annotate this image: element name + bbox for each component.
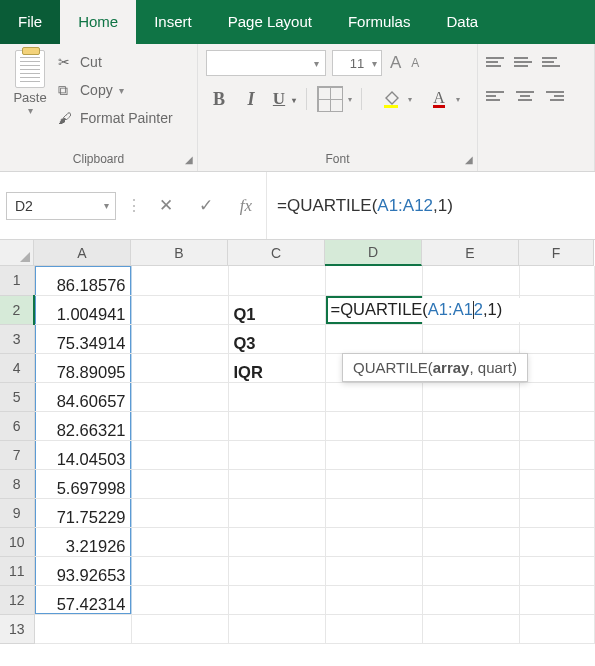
cell-F13[interactable] — [519, 614, 594, 643]
cell-C2[interactable]: Q1 — [228, 295, 325, 324]
font-name-select[interactable] — [206, 50, 326, 76]
cell-C12[interactable] — [228, 585, 325, 614]
cell-D2[interactable]: =QUARTILE(A1:A12,1) — [325, 295, 422, 324]
cell-B4[interactable] — [131, 353, 228, 382]
cell-D12[interactable] — [325, 585, 422, 614]
cell-C4[interactable]: IQR — [228, 353, 325, 382]
cell-E9[interactable] — [422, 498, 519, 527]
fill-color-button[interactable] — [378, 86, 404, 112]
cancel-formula-button[interactable]: ✕ — [146, 195, 186, 216]
cell-F12[interactable] — [519, 585, 594, 614]
cell-A13[interactable] — [34, 614, 131, 643]
col-header-A[interactable]: A — [34, 240, 131, 266]
align-top-button[interactable] — [486, 52, 508, 72]
font-size-select[interactable]: 11 — [332, 50, 382, 76]
cell-B6[interactable] — [131, 411, 228, 440]
cell-A1[interactable]: 86.18576 — [34, 266, 131, 295]
row-header[interactable]: 10 — [0, 527, 34, 556]
cell-D7[interactable] — [325, 440, 422, 469]
cell-A6[interactable]: 82.66321 — [34, 411, 131, 440]
row-header[interactable]: 13 — [0, 614, 34, 643]
cell-B2[interactable] — [131, 295, 228, 324]
cell-B5[interactable] — [131, 382, 228, 411]
increase-font-icon[interactable]: A — [388, 53, 403, 73]
cell-E11[interactable] — [422, 556, 519, 585]
col-header-F[interactable]: F — [519, 240, 594, 266]
col-header-D[interactable]: D — [325, 240, 422, 266]
cell-C6[interactable] — [228, 411, 325, 440]
cell-C1[interactable] — [228, 266, 325, 295]
cell-F5[interactable] — [519, 382, 594, 411]
font-color-button[interactable]: A — [426, 86, 452, 112]
cell-C7[interactable] — [228, 440, 325, 469]
cell-A5[interactable]: 84.60657 — [34, 382, 131, 411]
cells-grid[interactable]: 1 86.18576 2 1.004941 Q1 =QUARTILE(A1:A1… — [0, 266, 595, 644]
tab-formulas[interactable]: Formulas — [330, 0, 429, 44]
cell-E8[interactable] — [422, 469, 519, 498]
cell-E12[interactable] — [422, 585, 519, 614]
cell-D8[interactable] — [325, 469, 422, 498]
cell-F8[interactable] — [519, 469, 594, 498]
bold-button[interactable]: B — [206, 86, 232, 112]
row-header[interactable]: 8 — [0, 469, 34, 498]
cell-B9[interactable] — [131, 498, 228, 527]
row-header[interactable]: 2 — [0, 295, 34, 324]
row-header[interactable]: 7 — [0, 440, 34, 469]
cell-C3[interactable]: Q3 — [228, 324, 325, 353]
formula-input[interactable]: =QUARTILE(A1:A12,1) — [266, 172, 595, 239]
paste-button[interactable]: Paste — [13, 90, 46, 105]
tab-insert[interactable]: Insert — [136, 0, 210, 44]
cell-F6[interactable] — [519, 411, 594, 440]
confirm-formula-button[interactable]: ✓ — [186, 195, 226, 216]
cell-B12[interactable] — [131, 585, 228, 614]
cell-F3[interactable] — [519, 324, 594, 353]
clipboard-launcher[interactable]: ◢ — [185, 154, 193, 165]
row-header[interactable]: 4 — [0, 353, 34, 382]
italic-button[interactable]: I — [238, 86, 264, 112]
cell-D1[interactable] — [325, 266, 422, 295]
row-header[interactable]: 5 — [0, 382, 34, 411]
cell-D3[interactable] — [325, 324, 422, 353]
select-all-corner[interactable] — [0, 240, 34, 266]
cell-D13[interactable] — [325, 614, 422, 643]
tab-page-layout[interactable]: Page Layout — [210, 0, 330, 44]
cell-C11[interactable] — [228, 556, 325, 585]
font-launcher[interactable]: ◢ — [465, 154, 473, 165]
cell-F10[interactable] — [519, 527, 594, 556]
cell-D11[interactable] — [325, 556, 422, 585]
col-header-E[interactable]: E — [422, 240, 519, 266]
row-header[interactable]: 9 — [0, 498, 34, 527]
cell-A9[interactable]: 71.75229 — [34, 498, 131, 527]
cell-B11[interactable] — [131, 556, 228, 585]
cell-A3[interactable]: 75.34914 — [34, 324, 131, 353]
align-right-button[interactable] — [542, 86, 564, 106]
cell-C13[interactable] — [228, 614, 325, 643]
cell-E3[interactable] — [422, 324, 519, 353]
align-center-button[interactable] — [514, 86, 536, 106]
decrease-font-icon[interactable]: A — [409, 56, 421, 70]
cell-A8[interactable]: 5.697998 — [34, 469, 131, 498]
row-header[interactable]: 1 — [0, 266, 34, 295]
cell-E13[interactable] — [422, 614, 519, 643]
cell-F11[interactable] — [519, 556, 594, 585]
row-header[interactable]: 6 — [0, 411, 34, 440]
cell-C9[interactable] — [228, 498, 325, 527]
align-middle-button[interactable] — [514, 52, 536, 72]
cell-B1[interactable] — [131, 266, 228, 295]
cell-editor[interactable]: =QUARTILE(A1:A12,1) — [328, 298, 542, 322]
cell-F1[interactable] — [519, 266, 594, 295]
cell-E7[interactable] — [422, 440, 519, 469]
row-header[interactable]: 11 — [0, 556, 34, 585]
cell-B7[interactable] — [131, 440, 228, 469]
copy-button[interactable]: ⧉ Copy ▾ — [54, 78, 177, 102]
cell-B3[interactable] — [131, 324, 228, 353]
col-header-C[interactable]: C — [228, 240, 325, 266]
cell-A11[interactable]: 93.92653 — [34, 556, 131, 585]
row-header[interactable]: 3 — [0, 324, 34, 353]
cell-E6[interactable] — [422, 411, 519, 440]
cell-B8[interactable] — [131, 469, 228, 498]
cell-D10[interactable] — [325, 527, 422, 556]
insert-function-button[interactable]: fx — [226, 196, 266, 216]
format-painter-button[interactable]: 🖌 Format Painter — [54, 106, 177, 130]
cell-A4[interactable]: 78.89095 — [34, 353, 131, 382]
